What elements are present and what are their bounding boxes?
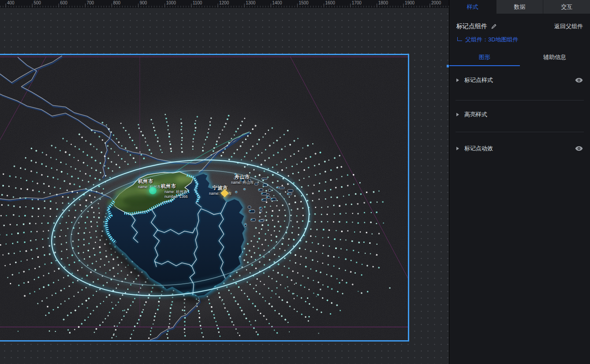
city-title: 宁波市: [213, 185, 232, 191]
svg-text:1000: 1000: [166, 0, 176, 5]
svg-text:2000: 2000: [431, 0, 441, 5]
collapse-arrow-icon[interactable]: [456, 147, 459, 150]
svg-text:1200: 1200: [219, 0, 229, 5]
svg-text:1600: 1600: [325, 0, 336, 5]
svg-text:1100: 1100: [193, 0, 202, 5]
component-title: 标记点组件: [456, 22, 487, 30]
city-title: 舟山市: [235, 174, 254, 180]
city-name-line: name: 宁波市: [209, 192, 232, 196]
svg-text:900: 900: [140, 0, 147, 5]
subtab-graphic[interactable]: 图形: [449, 50, 520, 66]
svg-text:1800: 1800: [378, 0, 388, 5]
component-header: 标记点组件 返回父组件 父组件：3D地图组件: [449, 14, 590, 44]
city-name-line: name: 舟山市: [231, 181, 254, 185]
collapse-arrow-icon[interactable]: [456, 113, 459, 116]
artboard-3d-map[interactable]: 杭州市 name: 杭州市 杭州市 name: 杭州市 number: 1366…: [0, 54, 409, 342]
city-name-line: name: 杭州市: [164, 190, 187, 194]
section-highlight-style: 高亮样式: [449, 109, 590, 132]
inspector-subtab-bar: 图形 辅助信息: [449, 50, 590, 66]
visibility-eye-icon[interactable]: [575, 146, 583, 151]
tab-style[interactable]: 样式: [449, 0, 497, 14]
subtab-aux-info[interactable]: 辅助信息: [520, 50, 590, 66]
svg-text:700: 700: [86, 0, 94, 5]
section-divider: [456, 100, 584, 100]
section-header[interactable]: 标记点动效: [456, 143, 583, 154]
map-label-hangzhou-2[interactable]: 杭州市 name: 杭州市 number: 1366: [161, 183, 187, 199]
marker-layer: 杭州市 name: 杭州市 杭州市 name: 杭州市 number: 1366…: [0, 55, 408, 340]
ruler-ticks: 4005006007008009001000110012001300140015…: [0, 0, 449, 8]
city-title: 杭州市: [138, 178, 161, 184]
section-marker-style: 标记点样式: [449, 74, 590, 100]
svg-text:1700: 1700: [352, 0, 362, 5]
map-label-ningbo[interactable]: 宁波市 name: 宁波市: [209, 185, 232, 196]
parent-component-row[interactable]: 父组件：3D地图组件: [456, 36, 583, 44]
map-label-hangzhou-1[interactable]: 杭州市 name: 杭州市: [138, 178, 161, 189]
svg-text:1300: 1300: [246, 0, 256, 5]
svg-text:600: 600: [60, 0, 67, 5]
city-title: 杭州市: [161, 183, 187, 189]
section-header[interactable]: 标记点样式: [456, 74, 583, 86]
section-label: 高亮样式: [464, 111, 487, 119]
marker-point-hangzhou[interactable]: [149, 187, 157, 194]
svg-text:500: 500: [34, 0, 41, 5]
horizontal-ruler: 4005006007008009001000110012001300140015…: [0, 0, 449, 8]
inspector-tab-bar: 样式 数据 交互: [449, 0, 590, 14]
svg-text:400: 400: [7, 0, 15, 5]
city-number-line: number: 1366: [164, 195, 187, 199]
section-label: 标记点样式: [464, 76, 493, 84]
svg-text:1400: 1400: [272, 0, 282, 5]
collapse-arrow-icon[interactable]: [456, 78, 459, 82]
section-marker-animation: 标记点动效: [449, 143, 590, 166]
edit-pencil-icon[interactable]: [491, 23, 497, 30]
tree-connector-icon: [457, 37, 462, 41]
map-label-zhoushan[interactable]: 舟山市 name: 舟山市: [231, 174, 254, 185]
svg-text:800: 800: [113, 0, 121, 5]
section-divider: [456, 132, 584, 132]
section-label: 标记点动效: [464, 145, 493, 152]
tab-interaction[interactable]: 交互: [543, 0, 590, 14]
inspector-panel: 样式 数据 交互 标记点组件 返回父组件 父组件：3D地图组件 图形 辅助信息 …: [449, 0, 590, 364]
visibility-eye-icon[interactable]: [575, 78, 583, 83]
tab-data[interactable]: 数据: [497, 0, 544, 14]
svg-text:1900: 1900: [405, 0, 415, 5]
svg-text:1500: 1500: [299, 0, 309, 5]
back-to-parent-link[interactable]: 返回父组件: [554, 22, 583, 30]
parent-component-link: 父组件：3D地图组件: [465, 36, 519, 44]
section-header[interactable]: 高亮样式: [456, 109, 583, 120]
editor-canvas[interactable]: 杭州市 name: 杭州市 杭州市 name: 杭州市 number: 1366…: [0, 8, 449, 364]
